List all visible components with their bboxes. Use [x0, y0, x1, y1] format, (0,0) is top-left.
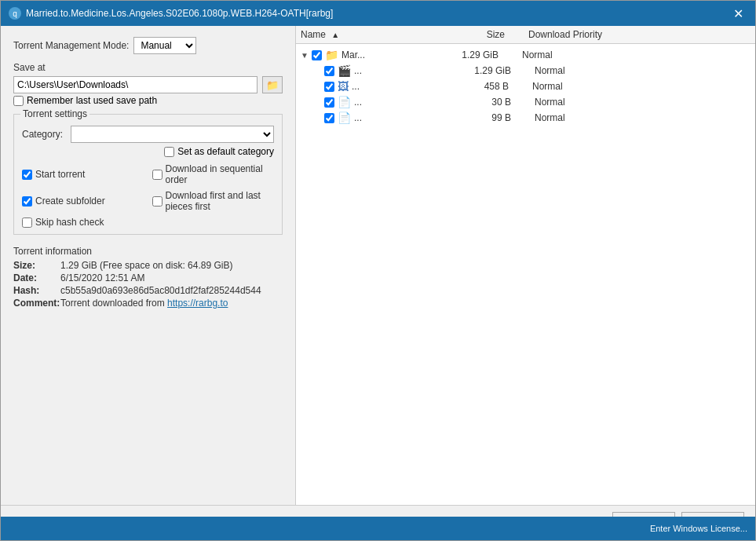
tree-row[interactable]: 🎬 ... 1.29 GiB Normal — [296, 63, 755, 79]
row-checkbox[interactable] — [324, 66, 334, 76]
default-category-row: Set as default category — [22, 146, 274, 157]
row-priority: Normal — [514, 49, 751, 60]
col-priority-header[interactable]: Download Priority — [520, 29, 751, 40]
row-checkbox[interactable] — [312, 50, 322, 60]
remember-checkbox[interactable] — [13, 96, 24, 106]
row-size: 1.29 GiB — [464, 65, 527, 76]
torrent-info-section: Torrent information Size: 1.29 GiB (Free… — [13, 246, 283, 310]
app-icon: q — [9, 7, 21, 20]
expand-icon: ▼ — [301, 51, 312, 60]
name-sort-arrow: ▲ — [331, 31, 339, 39]
torrent-settings-title: Torrent settings — [20, 108, 89, 119]
title-bar-left: q Married.to.Medicine.Los.Angeles.S02E06… — [9, 7, 333, 20]
checkbox-skip-hash: Skip hash check — [22, 217, 144, 228]
checkbox-first-last: Download first and last pieces first — [152, 190, 275, 212]
category-select[interactable] — [71, 126, 274, 143]
management-mode-select[interactable]: Manual Automatic — [133, 37, 196, 54]
info-size-value: 1.29 GiB (Free space on disk: 64.89 GiB) — [60, 260, 232, 271]
save-at-label: Save at — [13, 62, 283, 73]
close-button[interactable]: ✕ — [729, 4, 747, 23]
tree-row[interactable]: 🖼 ... 458 B Normal — [296, 79, 755, 94]
info-date-row: Date: 6/15/2020 12:51 AM — [13, 272, 283, 283]
row-checkbox[interactable] — [324, 113, 334, 123]
file-tree-header: Name ▲ Size Download Priority — [296, 26, 755, 44]
management-mode-label: Torrent Management Mode: — [13, 40, 129, 51]
file-tree-body: ▼ 📁 Mar... 1.29 GiB Normal 🎬 ... 1.29 Gi… — [296, 44, 755, 505]
set-default-category-label: Set as default category — [177, 146, 274, 157]
info-date-value: 6/15/2020 12:51 AM — [60, 272, 144, 283]
start-torrent-checkbox[interactable] — [22, 170, 32, 180]
subfolder-checkbox[interactable] — [22, 196, 32, 207]
file-icon: 🎬 — [338, 64, 351, 77]
row-priority: Normal — [524, 81, 751, 92]
skip-hash-checkbox[interactable] — [22, 217, 32, 228]
info-date-label: Date: — [13, 272, 60, 283]
save-at-row: 📁 — [13, 76, 283, 93]
windows-taskbar: Enter Windows License... — [1, 517, 755, 540]
col-size-header[interactable]: Size — [458, 29, 520, 40]
first-last-checkbox[interactable] — [152, 196, 163, 207]
col-name-header[interactable]: Name ▲ — [301, 29, 458, 40]
info-hash-label: Hash: — [13, 285, 60, 296]
dialog-body: Torrent Management Mode: Manual Automati… — [1, 26, 755, 505]
row-checkbox[interactable] — [324, 82, 334, 92]
info-hash-row: Hash: c5b55a9d0a693e86d5ac80d1df2faf2852… — [13, 285, 283, 296]
info-comment-text: Torrent downloaded from https://rarbg.to — [60, 298, 228, 309]
row-priority: Normal — [527, 112, 751, 123]
torrent-info-title: Torrent information — [13, 246, 283, 257]
folder-icon: 📁 — [325, 49, 338, 61]
row-name: Mar... — [341, 49, 451, 60]
first-last-label: Download first and last pieces first — [166, 190, 275, 212]
checkbox-sequential: Download in sequential order — [152, 163, 275, 185]
file-icon: 🖼 — [338, 80, 349, 93]
tree-row[interactable]: 📄 ... 30 B Normal — [296, 94, 755, 110]
row-size: 458 B — [462, 81, 524, 92]
checkbox-start-torrent: Start torrent — [22, 163, 144, 185]
management-mode-row: Torrent Management Mode: Manual Automati… — [13, 37, 283, 54]
row-name: ... — [354, 112, 464, 123]
title-bar: q Married.to.Medicine.Los.Angeles.S02E06… — [1, 1, 755, 26]
tree-row[interactable]: ▼ 📁 Mar... 1.29 GiB Normal — [296, 47, 755, 63]
save-at-section: Save at 📁 Remember last used save path — [13, 62, 283, 106]
tree-row[interactable]: 📄 ... 99 B Normal — [296, 110, 755, 126]
category-row: Category: — [22, 126, 274, 143]
remember-row: Remember last used save path — [13, 95, 283, 106]
row-size: 1.29 GiB — [451, 49, 514, 60]
row-size: 99 B — [464, 112, 527, 123]
row-name: ... — [352, 81, 462, 92]
sequential-label: Download in sequential order — [166, 163, 275, 185]
info-size-row: Size: 1.29 GiB (Free space on disk: 64.8… — [13, 260, 283, 271]
dialog-window: q Married.to.Medicine.Los.Angeles.S02E06… — [0, 0, 756, 541]
rarbg-link[interactable]: https://rarbg.to — [167, 298, 228, 309]
window-title: Married.to.Medicine.Los.Angeles.S02E06.1… — [26, 8, 333, 19]
info-size-label: Size: — [13, 260, 60, 271]
taskbar-text: Enter Windows License... — [650, 524, 747, 533]
browse-folder-button[interactable]: 📁 — [262, 76, 283, 93]
file-icon: 📄 — [338, 111, 351, 124]
set-default-category-checkbox[interactable] — [164, 147, 174, 157]
remember-label: Remember last used save path — [27, 95, 157, 106]
row-priority: Normal — [527, 65, 751, 76]
start-torrent-label: Start torrent — [35, 169, 85, 180]
row-name: ... — [354, 65, 464, 76]
skip-hash-label: Skip hash check — [35, 217, 104, 228]
row-size: 30 B — [464, 97, 527, 108]
checkbox-subfolder: Create subfolder — [22, 190, 144, 212]
info-comment-label: Comment: — [13, 298, 60, 309]
subfolder-label: Create subfolder — [35, 196, 105, 207]
info-hash-value: c5b55a9d0a693e86d5ac80d1df2faf285244d544 — [60, 285, 261, 296]
row-name: ... — [354, 97, 464, 108]
sequential-checkbox[interactable] — [152, 170, 163, 180]
torrent-settings-group: Torrent settings Category: Set as defaul… — [13, 114, 283, 235]
row-checkbox[interactable] — [324, 97, 334, 108]
file-icon: 📄 — [338, 96, 351, 108]
category-label: Category: — [22, 129, 66, 140]
checkboxes-grid: Start torrent Download in sequential ord… — [22, 163, 274, 228]
row-priority: Normal — [527, 97, 751, 108]
info-comment-row: Comment: Torrent downloaded from https:/… — [13, 298, 283, 309]
right-panel: Name ▲ Size Download Priority ▼ 📁 Mar... — [295, 26, 755, 505]
save-path-input[interactable] — [13, 76, 257, 93]
left-panel: Torrent Management Mode: Manual Automati… — [1, 26, 295, 505]
